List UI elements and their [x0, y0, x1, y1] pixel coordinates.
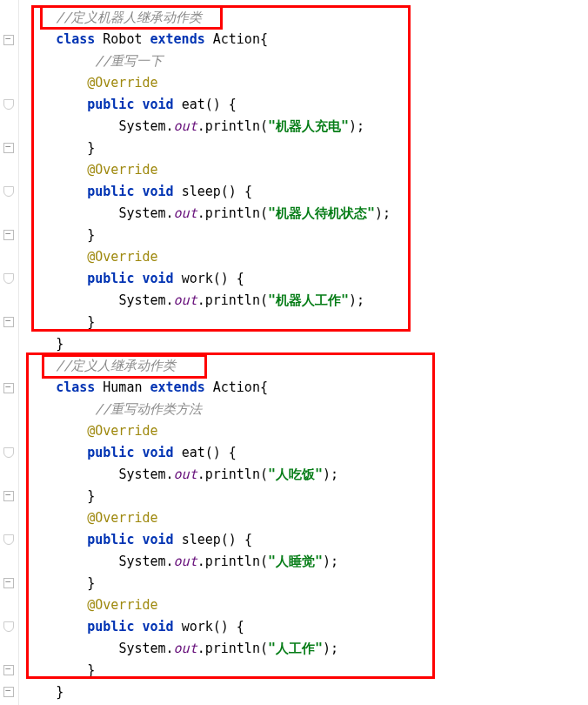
override-marker[interactable] — [3, 273, 14, 284]
code-line: } — [24, 682, 588, 703]
code-line: System.out.println("机器人工作"); — [24, 290, 588, 312]
override-marker[interactable] — [3, 447, 14, 458]
code-line: } — [24, 333, 588, 355]
code-line: class Human extends Action{ — [24, 377, 588, 399]
code-line: System.out.println("人睡觉"); — [24, 551, 588, 573]
code-line: } — [24, 660, 588, 682]
fold-marker[interactable] — [3, 35, 14, 45]
code-line: @Override — [24, 420, 588, 442]
annotation: @Override — [87, 162, 157, 178]
code-line: //定义人继承动作类 — [24, 355, 588, 377]
fold-marker[interactable] — [3, 383, 14, 393]
code-line: } — [24, 573, 588, 594]
comment: //定义人继承动作类 — [56, 358, 176, 373]
code-line: class Robot extends Action{ — [24, 29, 588, 50]
editor-gutter — [0, 0, 19, 705]
code-line: public void sleep() { — [24, 181, 588, 203]
annotation: @Override — [87, 597, 157, 613]
fold-marker[interactable] — [3, 143, 14, 153]
code-line: System.out.println("人工作"); — [24, 638, 588, 660]
code-line: //重写动作类方法 — [24, 399, 588, 420]
annotation: @Override — [87, 75, 157, 91]
fold-marker[interactable] — [3, 578, 14, 588]
fold-marker[interactable] — [3, 230, 14, 240]
code-line: public void eat() { — [24, 442, 588, 464]
code-line: } — [24, 486, 588, 507]
code-editor[interactable]: //定义机器人继承动作类 class Robot extends Action{… — [19, 0, 588, 705]
code-line: System.out.println("机器人待机状态"); — [24, 203, 588, 225]
code-line: @Override — [24, 246, 588, 268]
fold-marker[interactable] — [3, 317, 14, 327]
code-line: System.out.println("人吃饭"); — [24, 464, 588, 486]
code-line: } — [24, 138, 588, 159]
comment: //定义机器人继承动作类 — [56, 10, 202, 25]
code-line: @Override — [24, 594, 588, 616]
code-line: public void work() { — [24, 268, 588, 290]
code-line: @Override — [24, 507, 588, 529]
code-line: public void eat() { — [24, 94, 588, 116]
code-line: @Override — [24, 72, 588, 94]
annotation: @Override — [87, 249, 157, 265]
comment: //重写一下 — [95, 53, 163, 69]
code-line: //定义机器人继承动作类 — [24, 7, 588, 29]
code-line: } — [24, 225, 588, 246]
code-line: //重写一下 — [24, 50, 588, 72]
fold-marker[interactable] — [3, 665, 14, 675]
annotation: @Override — [87, 510, 157, 526]
code-line: public void sleep() { — [24, 529, 588, 551]
override-marker[interactable] — [3, 621, 14, 632]
comment: //重写动作类方法 — [95, 401, 202, 417]
annotation: @Override — [87, 423, 157, 439]
code-line: System.out.println("机器人充电"); — [24, 116, 588, 138]
fold-marker[interactable] — [3, 687, 14, 697]
override-marker[interactable] — [3, 186, 14, 197]
override-marker[interactable] — [3, 534, 14, 545]
override-marker[interactable] — [3, 99, 14, 110]
code-line: @Override — [24, 159, 588, 181]
code-line: public void work() { — [24, 616, 588, 638]
code-line: } — [24, 312, 588, 333]
fold-marker[interactable] — [3, 491, 14, 501]
